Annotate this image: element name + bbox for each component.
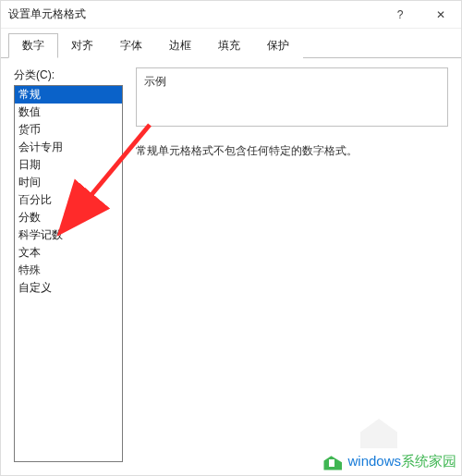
- category-item[interactable]: 时间: [15, 174, 122, 191]
- dialog-window: 设置单元格格式 ? ✕ 数字对齐字体边框填充保护 分类(C): 常规数值货币会计…: [0, 0, 462, 476]
- preview-panel: 示例 常规单元格格式不包含任何特定的数字格式。: [136, 67, 448, 462]
- tab-0[interactable]: 数字: [8, 33, 58, 58]
- help-icon: ?: [397, 8, 404, 21]
- category-item[interactable]: 分数: [15, 209, 122, 226]
- titlebar: 设置单元格格式 ? ✕: [1, 1, 461, 29]
- watermark-logo-icon: [323, 454, 342, 470]
- category-panel: 分类(C): 常规数值货币会计专用日期时间百分比分数科学记数文本特殊自定义: [14, 67, 123, 462]
- category-item[interactable]: 日期: [15, 156, 122, 174]
- tab-content: 分类(C): 常规数值货币会计专用日期时间百分比分数科学记数文本特殊自定义 示例…: [1, 58, 461, 475]
- category-item[interactable]: 百分比: [15, 191, 122, 209]
- close-icon: ✕: [436, 8, 445, 21]
- category-label: 分类(C):: [14, 67, 123, 83]
- format-description: 常规单元格格式不包含任何特定的数字格式。: [136, 143, 448, 159]
- category-item[interactable]: 特殊: [15, 262, 122, 279]
- sample-box: 示例: [136, 67, 448, 127]
- category-item[interactable]: 货币: [15, 121, 122, 139]
- tab-3[interactable]: 边框: [155, 33, 205, 58]
- category-listbox[interactable]: 常规数值货币会计专用日期时间百分比分数科学记数文本特殊自定义: [14, 85, 123, 462]
- tab-strip: 数字对齐字体边框填充保护: [1, 29, 461, 58]
- category-item[interactable]: 常规: [15, 86, 122, 104]
- category-item[interactable]: 科学记数: [15, 226, 122, 244]
- window-title: 设置单元格格式: [8, 6, 380, 22]
- tab-2[interactable]: 字体: [106, 33, 156, 58]
- help-button[interactable]: ?: [380, 1, 420, 29]
- sample-label: 示例: [144, 74, 440, 90]
- tab-5[interactable]: 保护: [253, 33, 303, 58]
- category-item[interactable]: 会计专用: [15, 139, 122, 156]
- watermark-text: windows系统家园: [347, 453, 456, 470]
- tab-1[interactable]: 对齐: [57, 33, 107, 58]
- category-item[interactable]: 自定义: [15, 279, 122, 297]
- category-item[interactable]: 数值: [15, 104, 122, 121]
- category-item[interactable]: 文本: [15, 244, 122, 262]
- tab-4[interactable]: 填充: [204, 33, 254, 58]
- watermark: windows系统家园: [323, 453, 456, 470]
- close-button[interactable]: ✕: [420, 1, 461, 29]
